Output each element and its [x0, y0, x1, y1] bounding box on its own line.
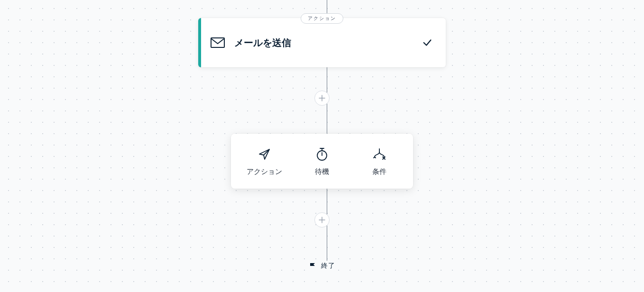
option-label: 待機 — [315, 167, 329, 176]
end-label: 終了 — [321, 262, 335, 270]
option-label: 条件 — [372, 167, 386, 176]
add-step-button[interactable] — [314, 212, 330, 228]
node-title: メールを送信 — [234, 36, 422, 49]
paper-plane-icon — [258, 146, 271, 162]
node-type-badge: アクション — [301, 13, 343, 24]
flag-icon — [309, 262, 316, 270]
connector-line — [327, 189, 327, 265]
workflow-end-marker: 終了 — [306, 261, 338, 271]
option-condition[interactable]: 条件 — [351, 134, 408, 189]
step-type-selector: アクション 待機 — [231, 134, 413, 189]
action-node-card[interactable]: メールを送信 — [198, 18, 446, 67]
add-step-button[interactable] — [314, 91, 330, 106]
workflow-canvas[interactable]: アクション メールを送信 アクシ — [0, 0, 644, 292]
check-icon — [422, 37, 432, 48]
svg-rect-0 — [211, 38, 224, 47]
option-label: アクション — [247, 167, 282, 176]
option-wait[interactable]: 待機 — [293, 134, 350, 189]
stopwatch-icon — [315, 146, 329, 162]
mail-icon — [201, 37, 234, 48]
branch-icon — [372, 146, 386, 162]
option-action[interactable]: アクション — [236, 134, 293, 189]
